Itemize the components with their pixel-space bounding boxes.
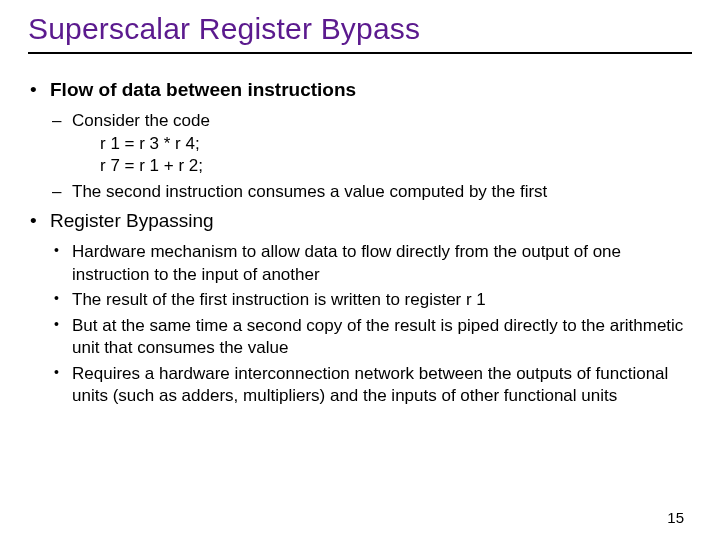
bullet-list-level2-b: Hardware mechanism to allow data to flow… <box>50 241 692 407</box>
hw-mechanism: Hardware mechanism to allow data to flow… <box>72 241 692 286</box>
bullet-list-level1: Flow of data between instructions Consid… <box>28 78 692 407</box>
code-line-1: r 1 = r 3 * r 4; <box>72 133 692 155</box>
second-instruction-note: The second instruction consumes a value … <box>72 181 692 203</box>
page-number: 15 <box>667 509 684 526</box>
bullet-list-level2-a: Consider the code r 1 = r 3 * r 4; r 7 =… <box>50 110 692 203</box>
slide-title: Superscalar Register Bypass <box>28 12 692 54</box>
code-line-2: r 7 = r 1 + r 2; <box>72 155 692 177</box>
requires-network: Requires a hardware interconnection netw… <box>72 363 692 408</box>
consider-code: Consider the code r 1 = r 3 * r 4; r 7 =… <box>72 110 692 177</box>
consider-code-text: Consider the code <box>72 111 210 130</box>
bullet-flow-of-data: Flow of data between instructions Consid… <box>50 78 692 203</box>
register-bypassing-heading: Register Bypassing <box>50 210 214 231</box>
flow-heading: Flow of data between instructions <box>50 79 356 100</box>
second-copy: But at the same time a second copy of th… <box>72 315 692 360</box>
result-written: The result of the first instruction is w… <box>72 289 692 311</box>
bullet-register-bypassing: Register Bypassing Hardware mechanism to… <box>50 209 692 407</box>
